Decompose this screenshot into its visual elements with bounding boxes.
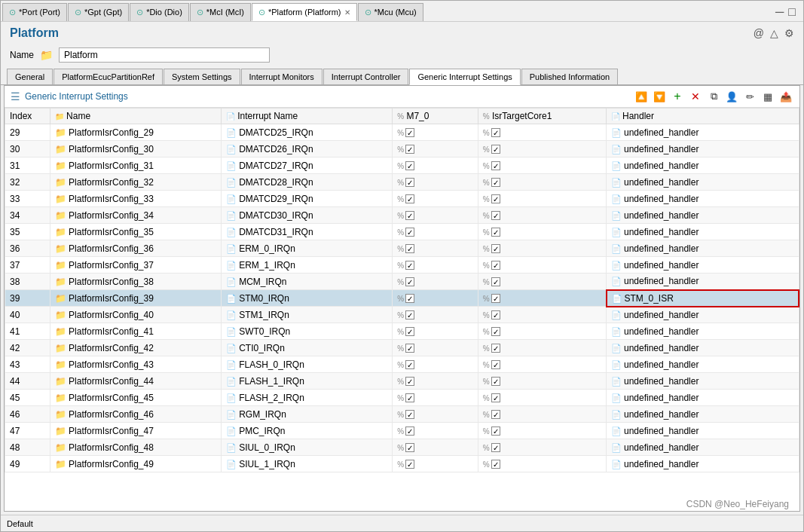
cell-isr[interactable]: %✓: [478, 257, 606, 274]
cell-isr[interactable]: %✓: [478, 373, 606, 390]
name-input[interactable]: [59, 47, 270, 63]
cell-m7[interactable]: %✓: [393, 274, 478, 290]
cell-m7[interactable]: %✓: [393, 124, 478, 141]
move-up-btn[interactable]: 🔼: [634, 89, 649, 104]
cell-m7[interactable]: %✓: [393, 390, 478, 406]
cell-index: 34: [5, 207, 50, 224]
move-down-btn[interactable]: 🔽: [652, 89, 667, 104]
cell-isr[interactable]: %✓: [478, 439, 606, 456]
cell-m7[interactable]: %✓: [393, 174, 478, 191]
cell-index: 42: [5, 340, 50, 356]
table-row[interactable]: 44📁PlatformIsrConfig_44📄FLASH_1_IRQn%✓%✓…: [5, 373, 799, 390]
copy-btn[interactable]: ⧉: [706, 89, 721, 104]
cell-m7[interactable]: %✓: [393, 240, 478, 257]
tab-published[interactable]: Published Information: [521, 69, 618, 84]
cell-m7[interactable]: %✓: [393, 423, 478, 439]
cell-isr[interactable]: %✓: [478, 390, 606, 406]
table-row[interactable]: 43📁PlatformIsrConfig_43📄FLASH_0_IRQn%✓%✓…: [5, 356, 799, 373]
cell-isr[interactable]: %✓: [478, 307, 606, 323]
cell-handler: 📄undefined_handler: [607, 356, 799, 373]
table-row[interactable]: 41📁PlatformIsrConfig_41📄SWT0_IRQn%✓%✓📄un…: [5, 323, 799, 340]
tab-mcu[interactable]: ⊙ *Mcu (Mcu): [358, 3, 423, 21]
table-btn[interactable]: ▦: [760, 89, 775, 104]
maximize-btn[interactable]: □: [788, 5, 796, 19]
delete-btn[interactable]: ✕: [688, 89, 703, 104]
table-row[interactable]: 32📁PlatformIsrConfig_32📄DMATCD28_IRQn%✓%…: [5, 174, 799, 191]
table-row[interactable]: 30📁PlatformIsrConfig_30📄DMATCD26_IRQn%✓%…: [5, 141, 799, 157]
cell-m7[interactable]: %✓: [393, 224, 478, 240]
cell-m7[interactable]: %✓: [393, 356, 478, 373]
cell-isr[interactable]: %✓: [478, 124, 606, 141]
cell-isr[interactable]: %✓: [478, 406, 606, 423]
tab-generic-interrupt[interactable]: Generic Interrupt Settings: [409, 69, 520, 85]
export-btn[interactable]: 📤: [778, 89, 793, 104]
cell-m7[interactable]: %✓: [393, 340, 478, 356]
tab-system[interactable]: System Settings: [164, 69, 240, 84]
cell-isr[interactable]: %✓: [478, 274, 606, 290]
table-row[interactable]: 40📁PlatformIsrConfig_40📄STM1_IRQn%✓%✓📄un…: [5, 307, 799, 323]
settings-icon[interactable]: ⚙: [784, 27, 794, 39]
table-row[interactable]: 38📁PlatformIsrConfig_38📄MCM_IRQn%✓%✓📄und…: [5, 274, 799, 290]
cell-isr[interactable]: %✓: [478, 240, 606, 257]
data-table: Index 📁Name 📄Interrupt Name % M7_0 % Isr…: [5, 108, 799, 472]
table-row[interactable]: 33📁PlatformIsrConfig_33📄DMATCD29_IRQn%✓%…: [5, 191, 799, 207]
cell-m7[interactable]: %✓: [393, 157, 478, 174]
tab-interrupt-monitors[interactable]: Interrupt Monitors: [241, 69, 323, 84]
tab-general[interactable]: General: [7, 69, 53, 84]
cell-m7[interactable]: %✓: [393, 307, 478, 323]
cell-isr[interactable]: %✓: [478, 290, 606, 307]
cell-isr[interactable]: %✓: [478, 191, 606, 207]
table-row[interactable]: 29📁PlatformIsrConfig_29📄DMATCD25_IRQn%✓%…: [5, 124, 799, 141]
cell-isr[interactable]: %✓: [478, 224, 606, 240]
user-btn[interactable]: 👤: [724, 89, 739, 104]
cell-m7[interactable]: %✓: [393, 290, 478, 307]
tab-port[interactable]: ⊙ *Port (Port): [2, 3, 67, 21]
cell-isr[interactable]: %✓: [478, 323, 606, 340]
table-row[interactable]: 35📁PlatformIsrConfig_35📄DMATCD31_IRQn%✓%…: [5, 224, 799, 240]
cell-isr[interactable]: %✓: [478, 456, 606, 472]
cell-isr[interactable]: %✓: [478, 157, 606, 174]
tab-interrupt-controller[interactable]: Interrupt Controller: [323, 69, 409, 84]
table-row[interactable]: 45📁PlatformIsrConfig_45📄FLASH_2_IRQn%✓%✓…: [5, 390, 799, 406]
table-row[interactable]: 34📁PlatformIsrConfig_34📄DMATCD30_IRQn%✓%…: [5, 207, 799, 224]
cell-isr[interactable]: %✓: [478, 141, 606, 157]
cell-m7[interactable]: %✓: [393, 191, 478, 207]
table-row[interactable]: 48📁PlatformIsrConfig_48📄SIUL_0_IRQn%✓%✓📄…: [5, 439, 799, 456]
cell-m7[interactable]: %✓: [393, 207, 478, 224]
cell-isr[interactable]: %✓: [478, 174, 606, 191]
tab-platform[interactable]: ⊙ *Platform (Platform) ✕: [252, 3, 357, 21]
cell-m7[interactable]: %✓: [393, 257, 478, 274]
add-btn[interactable]: +: [670, 89, 685, 104]
cell-m7[interactable]: %✓: [393, 323, 478, 340]
table-row[interactable]: 46📁PlatformIsrConfig_46📄RGM_IRQn%✓%✓📄und…: [5, 406, 799, 423]
table-row[interactable]: 37📁PlatformIsrConfig_37📄ERM_1_IRQn%✓%✓📄u…: [5, 257, 799, 274]
cell-m7[interactable]: %✓: [393, 406, 478, 423]
cell-name: 📁PlatformIsrConfig_36: [50, 240, 222, 257]
table-row[interactable]: 31📁PlatformIsrConfig_31📄DMATCD27_IRQn%✓%…: [5, 157, 799, 174]
cell-isr[interactable]: %✓: [478, 356, 606, 373]
table-row[interactable]: 47📁PlatformIsrConfig_47📄PMC_IRQn%✓%✓📄und…: [5, 423, 799, 439]
cell-isr[interactable]: %✓: [478, 207, 606, 224]
table-body: 29📁PlatformIsrConfig_29📄DMATCD25_IRQn%✓%…: [5, 124, 799, 472]
table-row[interactable]: 49📁PlatformIsrConfig_49📄SIUL_1_IRQn%✓%✓📄…: [5, 456, 799, 472]
minimize-btn[interactable]: ─: [775, 5, 784, 19]
cell-isr[interactable]: %✓: [478, 340, 606, 356]
home-icon[interactable]: △: [770, 27, 778, 39]
tab-mci[interactable]: ⊙ *McI (McI): [190, 3, 251, 21]
cell-m7[interactable]: %✓: [393, 456, 478, 472]
edit-btn[interactable]: ✏: [742, 89, 757, 104]
cell-m7[interactable]: %✓: [393, 373, 478, 390]
at-icon[interactable]: @: [754, 27, 764, 39]
table-row[interactable]: 36📁PlatformIsrConfig_36📄ERM_0_IRQn%✓%✓📄u…: [5, 240, 799, 257]
tab-gpt[interactable]: ⊙ *Gpt (Gpt): [68, 3, 129, 21]
table-row[interactable]: 42📁PlatformIsrConfig_42📄CTI0_IRQn%✓%✓📄un…: [5, 340, 799, 356]
cell-m7[interactable]: %✓: [393, 141, 478, 157]
cell-isr[interactable]: %✓: [478, 423, 606, 439]
table-wrapper[interactable]: Index 📁Name 📄Interrupt Name % M7_0 % Isr…: [5, 108, 799, 511]
cell-m7[interactable]: %✓: [393, 439, 478, 456]
tab-ecuc[interactable]: PlatformEcucPartitionRef: [53, 69, 163, 84]
tab-close-platform[interactable]: ✕: [344, 8, 350, 17]
tab-dio[interactable]: ⊙ *Dio (Dio): [130, 3, 189, 21]
table-row[interactable]: 39📁PlatformIsrConfig_39📄STM0_IRQn%✓%✓📄ST…: [5, 290, 799, 307]
cell-name: 📁PlatformIsrConfig_31: [50, 157, 222, 174]
